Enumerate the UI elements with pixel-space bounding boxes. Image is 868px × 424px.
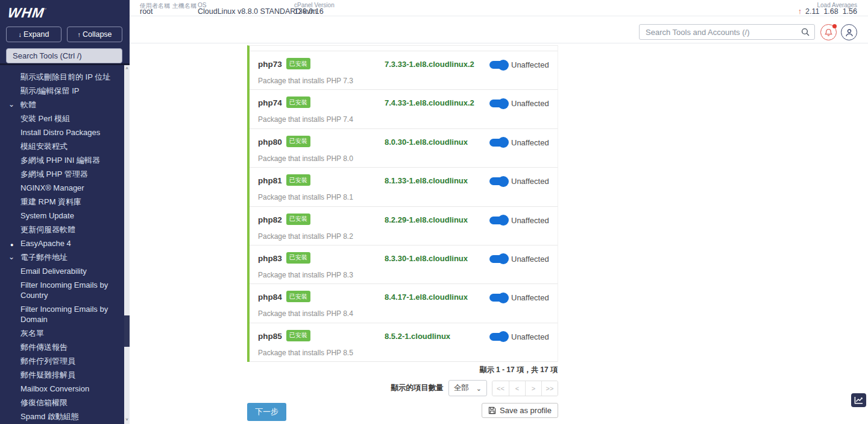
whm-logo-text: WHM — [7, 5, 45, 21]
package-name: php80 — [258, 137, 282, 146]
sidebar-item-filter-emails-country[interactable]: Filter Incoming Emails by Country — [0, 278, 124, 302]
package-name: php82 — [258, 215, 282, 224]
sidebar-item-mail-queue-manager[interactable]: 郵件佇列管理員 — [0, 354, 124, 368]
package-description: Package that installs PHP 7.4 — [258, 115, 353, 124]
page-size-label: 顯示的項目數量 — [391, 383, 444, 393]
scroll-up-icon[interactable]: ˄ — [124, 65, 130, 72]
table-row-partial — [250, 46, 558, 51]
toggle-knob-icon — [498, 176, 509, 187]
package-version: 8.3.30-1.el8.cloudlinux — [385, 254, 468, 263]
load-averages-value: ↑2.11 1.68 1.56 — [798, 7, 857, 16]
package-name: php81 — [258, 176, 282, 185]
expand-button[interactable]: ↓Expand — [6, 27, 61, 42]
prev-page-button[interactable]: < — [509, 381, 525, 396]
sidebar-item-spamd-startup-config[interactable]: Spamd 啟動組態 — [0, 410, 124, 423]
sidebar-item-mail-troubleshooter[interactable]: 郵件疑難排解員 — [0, 368, 124, 382]
package-toggle[interactable] — [489, 139, 507, 147]
installed-badge: 已安裝 — [286, 97, 310, 108]
package-state: Unaffected — [511, 255, 549, 264]
expand-label: Expand — [24, 30, 49, 39]
sidebar-item-install-perl-module[interactable]: 安裝 Perl 模組 — [0, 112, 124, 125]
collapse-button[interactable]: ↑Collapse — [67, 27, 122, 42]
package-toggle[interactable] — [489, 100, 507, 107]
user-profile-button[interactable] — [841, 24, 857, 40]
scrollbar-thumb[interactable] — [124, 315, 130, 347]
expand-arrow-icon: ↓ — [19, 31, 22, 38]
next-step-button[interactable]: 下一步 — [247, 403, 286, 421]
package-toggle[interactable] — [489, 217, 507, 224]
sidebar-item-system-update[interactable]: System Update — [0, 209, 124, 223]
server-status-bar: 使用者名稱 root 主機名稱 OS CloudLinux v8.8.0 STA… — [130, 0, 868, 16]
installed-badge: 已安裝 — [286, 252, 310, 264]
package-description: Package that installs PHP 8.1 — [258, 193, 353, 201]
tools-search-input[interactable] — [639, 24, 815, 40]
sidebar-item-rebuild-rpm-db[interactable]: 重建 RPM 資料庫 — [0, 195, 124, 209]
sidebar-menu: 顯示或刪除目前的 IP 位址 顯示/編輯保留 IP ⌄軟體 安裝 Perl 模組… — [0, 65, 124, 424]
sidebar-item-module-installer[interactable]: 模組安裝程式 — [0, 139, 124, 153]
top-toolbar — [130, 16, 868, 43]
table-row-php83: php83已安裝 8.3.30-1.el8.cloudlinux Unaffec… — [250, 245, 558, 284]
last-page-button[interactable]: >> — [541, 381, 558, 396]
package-version: 7.3.33-1.el8.cloudlinux.2 — [385, 60, 474, 69]
sidebar: WHM' ↓Expand ↑Collapse 顯示或刪除目前的 IP 位址 顯示… — [0, 0, 130, 424]
notifications-button[interactable] — [820, 24, 837, 40]
sidebar-item-mail-delivery-reports[interactable]: 郵件傳送報告 — [0, 340, 124, 354]
sidebar-item-filter-emails-domain[interactable]: Filter Incoming Emails by Domain — [0, 302, 124, 326]
save-as-profile-label: Save as profile — [500, 406, 552, 415]
package-description: Package that installs PHP 8.5 — [258, 349, 353, 357]
package-version: 8.1.33-1.el8.cloudlinux — [385, 176, 468, 185]
sidebar-item-email-deliverability[interactable]: Email Deliverability — [0, 264, 124, 278]
sidebar-item-repair-mailbox-permissions[interactable]: 修復信箱權限 — [0, 396, 124, 410]
sidebar-item-show-delete-ip[interactable]: 顯示或刪除目前的 IP 位址 — [0, 70, 124, 84]
package-list-panel: php73已安裝 7.3.33-1.el8.cloudlinux.2 Unaff… — [247, 45, 558, 421]
whm-logo[interactable]: WHM' — [7, 5, 47, 21]
sidebar-item-greylist[interactable]: 灰名單 — [0, 326, 124, 340]
save-as-profile-button[interactable]: Save as profile — [482, 403, 558, 418]
notification-dot — [832, 24, 837, 28]
hostname-label: 主機名稱 — [172, 2, 197, 10]
sidebar-item-mailbox-conversion[interactable]: Mailbox Conversion — [0, 382, 124, 396]
pagination-row: 顯示的項目數量 全部 ⌄ << < > >> — [247, 380, 558, 396]
package-toggle[interactable] — [489, 255, 507, 263]
whm-app: WHM' ↓Expand ↑Collapse 顯示或刪除目前的 IP 位址 顯示… — [0, 0, 868, 424]
sidebar-item-install-distro-packages[interactable]: Install Distro Packages — [0, 125, 124, 139]
installed-badge: 已安裝 — [286, 330, 310, 341]
sidebar-item-update-server-software[interactable]: 更新伺服器軟體 — [0, 223, 124, 236]
load-up-arrow-icon: ↑ — [798, 7, 802, 16]
package-toggle[interactable] — [489, 61, 507, 69]
installed-badge: 已安裝 — [286, 291, 310, 302]
package-state: Unaffected — [511, 60, 549, 69]
package-toggle[interactable] — [489, 177, 507, 185]
sidebar-item-multiphp-manager[interactable]: 多網域 PHP 管理器 — [0, 167, 124, 181]
toggle-knob-icon — [498, 253, 509, 264]
sidebar-section-email[interactable]: ⌄電子郵件地址 — [0, 250, 124, 264]
analytics-widget-button[interactable] — [851, 393, 866, 407]
first-page-button[interactable]: << — [492, 381, 509, 396]
scroll-down-icon[interactable]: ˅ — [124, 416, 130, 423]
package-toggle[interactable] — [489, 333, 507, 341]
package-version: 8.4.17-1.el8.cloudlinux — [385, 293, 468, 302]
package-state: Unaffected — [511, 332, 549, 341]
table-row-php82: php82已安裝 8.2.29-1.el8.cloudlinux Unaffec… — [250, 207, 558, 245]
package-table: php73已安裝 7.3.33-1.el8.cloudlinux.2 Unaff… — [247, 45, 558, 362]
sidebar-item-multiphp-ini-editor[interactable]: 多網域 PHP INI 編輯器 — [0, 153, 124, 167]
save-icon — [488, 407, 496, 414]
package-version: 8.2.29-1.el8.cloudlinux — [385, 215, 468, 224]
installed-badge: 已安裝 — [286, 136, 310, 147]
username-value: root — [140, 7, 153, 16]
page-size-select[interactable]: 全部 ⌄ — [448, 380, 487, 396]
package-state: Unaffected — [511, 216, 549, 225]
sidebar-scrollbar[interactable]: ˄ ˅ — [124, 65, 130, 424]
table-row-php85: php85已安裝 8.5.2-1.cloudlinux Unaffected P… — [250, 323, 558, 362]
sidebar-toggle-buttons: ↓Expand ↑Collapse — [6, 27, 122, 42]
sidebar-item-edit-reserved-ip[interactable]: 顯示/編輯保留 IP — [0, 84, 124, 98]
package-description: Package that installs PHP 7.3 — [258, 77, 353, 85]
next-page-button[interactable]: > — [525, 381, 541, 396]
sidebar-item-nginx-manager[interactable]: NGINX® Manager — [0, 181, 124, 195]
sidebar-item-easyapache4[interactable]: ●EasyApache 4 — [0, 236, 124, 250]
installed-badge: 已安裝 — [286, 174, 310, 186]
package-toggle[interactable] — [489, 294, 507, 302]
sidebar-section-software[interactable]: ⌄軟體 — [0, 98, 124, 112]
sidebar-search-input[interactable] — [6, 48, 122, 63]
package-state: Unaffected — [511, 99, 549, 108]
